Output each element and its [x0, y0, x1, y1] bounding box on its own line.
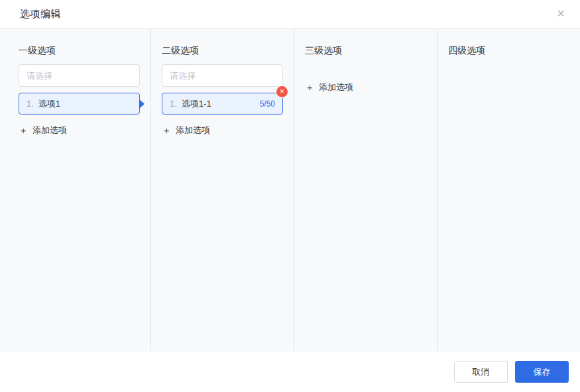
column-level-1: 一级选项 1. 选项1 ＋ 添加选项	[0, 28, 150, 352]
column-level-2: 二级选项 1. 选项1-1 5/50 ✕ ＋ 添加选项	[150, 28, 294, 352]
option-columns: 一级选项 1. 选项1 ＋ 添加选项 二级选项 1. 选项1-1 5/50 ✕	[0, 28, 580, 352]
expand-arrow-icon	[139, 99, 145, 109]
option-edit-dialog: 选项编辑 ✕ 一级选项 1. 选项1 ＋ 添加选项 二级选项 1. 选项1-1	[0, 0, 580, 392]
char-counter: 5/50	[260, 99, 275, 109]
dialog-footer: 取消 保存	[0, 352, 580, 392]
level-2-select-input[interactable]	[162, 64, 283, 87]
column-header: 二级选项	[162, 45, 283, 57]
option-index: 1.	[170, 99, 177, 109]
level-1-select-input[interactable]	[19, 64, 140, 87]
option-label: 选项1-1	[182, 98, 255, 110]
option-index: 1.	[27, 99, 34, 109]
dialog-title: 选项编辑	[20, 8, 61, 21]
option-label: 选项1	[38, 98, 132, 110]
column-level-3: 三级选项 ＋ 添加选项	[294, 28, 437, 352]
add-option-label: 添加选项	[319, 81, 353, 93]
column-header: 三级选项	[305, 45, 426, 57]
dialog-header: 选项编辑 ✕	[0, 0, 580, 28]
plus-icon: ＋	[162, 126, 171, 135]
plus-icon: ＋	[19, 126, 28, 135]
cancel-button[interactable]: 取消	[454, 361, 508, 383]
plus-icon: ＋	[305, 83, 314, 92]
add-option-button[interactable]: ＋ 添加选项	[162, 124, 210, 136]
add-option-button[interactable]: ＋ 添加选项	[19, 124, 67, 136]
option-item-level-1[interactable]: 1. 选项1	[19, 93, 140, 115]
column-header: 四级选项	[448, 45, 569, 57]
save-button[interactable]: 保存	[515, 361, 569, 383]
column-header: 一级选项	[19, 45, 140, 57]
column-level-4: 四级选项	[437, 28, 580, 352]
option-item-level-2[interactable]: 1. 选项1-1 5/50 ✕	[162, 93, 283, 115]
close-icon[interactable]: ✕	[551, 6, 571, 22]
add-option-label: 添加选项	[176, 124, 210, 136]
add-option-button[interactable]: ＋ 添加选项	[305, 81, 353, 93]
delete-option-icon[interactable]: ✕	[276, 86, 288, 97]
add-option-label: 添加选项	[32, 124, 67, 136]
